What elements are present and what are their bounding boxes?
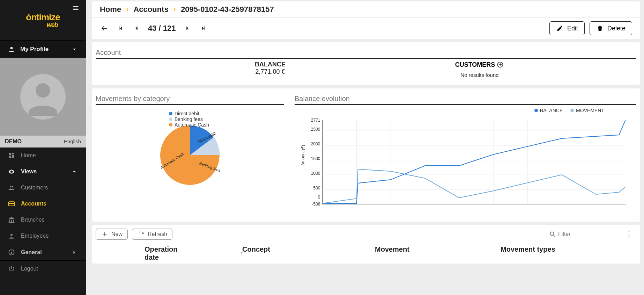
svg-point-0 [10,47,13,49]
svg-text:1000: 1000 [311,171,320,176]
sidebar-my-profile[interactable]: My Profile [0,40,86,58]
brand-logo: óntimize web [26,12,60,29]
refresh-button[interactable]: Refresh [132,229,172,240]
sidebar-item-logout[interactable]: Logout [0,261,86,277]
avatar-block [0,58,86,136]
sidebar-group-label: General [21,249,42,256]
account-panel: Account BALANCE 2,771.00 € CUSTOMERS No … [92,42,640,85]
sidebar-item-branches[interactable]: Branches [0,212,86,228]
person-icon [8,232,15,240]
sidebar-group-label: Views [21,168,37,175]
eye-icon [8,168,15,175]
pager-display: 43 / 121 [148,24,176,33]
svg-text:500: 500 [313,186,320,190]
line-chart: 2771 2500 2000 1500 1000 500 0 -506 [295,113,636,215]
table-header: Operation date ↑ Concept Movement Moveme… [96,245,636,261]
svg-point-6 [10,234,13,236]
sidebar-group-general[interactable]: General [0,244,86,261]
sidebar: óntimize web My Profile DEMO English [0,0,86,295]
first-page-button[interactable] [116,24,125,33]
pencil-icon [556,24,564,32]
chevron-right-icon [71,249,78,256]
info-icon [8,249,15,256]
col-concept[interactable]: Concept [242,245,375,261]
pie-legend: Direct debit Banking fees Automatic Cash [169,111,209,128]
svg-point-3 [12,186,13,187]
sidebar-group-views[interactable]: Views [0,164,86,180]
sidebar-item-label: Customers [21,185,48,191]
svg-rect-8 [11,252,12,254]
svg-rect-9 [11,251,12,251]
breadcrumb-home[interactable]: Home [100,5,121,14]
sidebar-item-label: Logout [21,266,38,272]
sidebar-item-label: Employees [21,233,49,239]
avatar-placeholder-icon [20,74,66,120]
dashboard-icon [8,152,15,159]
sidebar-item-label: Branches [21,217,45,223]
back-button[interactable] [100,24,109,33]
new-button[interactable]: New [96,229,128,240]
svg-text:Amount (€): Amount (€) [301,145,305,166]
edit-button[interactable]: Edit [549,21,585,35]
panel-title: Movements by category [96,91,284,105]
chevron-right-icon: › [126,5,128,14]
svg-point-1 [36,83,50,98]
customers-empty-msg: No results found [396,72,563,78]
svg-point-2 [10,186,12,187]
more-menu-icon[interactable]: ⋮ [622,230,636,239]
panel-title: Account [96,45,636,59]
hamburger-icon[interactable] [72,4,80,12]
chevron-down-icon [71,168,78,175]
user-row: DEMO English [0,136,86,148]
language-label[interactable]: English [64,138,81,145]
refresh-icon [137,230,145,238]
people-icon [8,184,15,192]
col-operation-date[interactable]: Operation date ↑ [96,245,242,261]
svg-text:0: 0 [318,195,320,200]
breadcrumb-accounts[interactable]: Accounts [133,5,168,14]
sidebar-item-customers[interactable]: Customers [0,180,86,196]
col-movement-types[interactable]: Movement types [501,245,626,261]
customers-header: CUSTOMERS [455,61,504,69]
sidebar-item-label: Accounts [21,201,46,207]
svg-line-39 [554,235,555,237]
chevron-down-icon [71,45,78,53]
filter-input[interactable] [558,231,616,237]
credit-card-icon [8,200,15,208]
balance-value: 2,771.00 € [186,68,354,75]
pie-chart: Direct debit Banking fees Automatic Cash [148,120,232,190]
pie-chart-box: Movements by category Direct debit Banki… [96,91,284,216]
add-circle-icon[interactable] [496,61,504,69]
main: Home › Accounts › 2095-0102-43-259787815… [86,0,644,295]
sidebar-item-accounts[interactable]: Accounts [0,196,86,212]
col-movement[interactable]: Movement [375,245,501,261]
record-toolbar: 43 / 121 Edit Delete [92,18,640,39]
prev-button[interactable] [132,24,141,33]
my-profile-label: My Profile [20,46,49,53]
chevron-right-icon: › [173,5,176,14]
svg-rect-5 [9,203,15,204]
last-page-button[interactable] [199,24,208,33]
svg-text:-506: -506 [312,202,320,207]
panel-title: Balance evolution [295,91,636,105]
bank-icon [8,216,15,224]
username-label: DEMO [5,138,22,145]
line-legend: BALANCE MOVEMENT [295,108,636,113]
movements-table: New Refresh ⋮ Operation date ↑ Conc [92,225,640,264]
delete-button[interactable]: Delete [590,21,632,35]
sidebar-item-label: Home [21,152,36,159]
breadcrumb: Home › Accounts › 2095-0102-43-259787815… [92,1,640,18]
user-icon [8,45,15,53]
sidebar-item-home[interactable]: Home [0,148,86,164]
search-icon [549,230,556,238]
next-button[interactable] [183,24,192,33]
charts-panel: Movements by category Direct debit Banki… [92,88,640,222]
svg-text:2500: 2500 [311,127,320,132]
sidebar-item-employees[interactable]: Employees [0,228,86,244]
trash-icon [596,24,604,32]
svg-point-38 [550,232,554,235]
filter-input-wrap[interactable] [548,230,617,239]
balance-label: BALANCE [186,61,354,68]
breadcrumb-current: 2095-0102-43-2597878157 [181,5,274,14]
svg-text:2771: 2771 [311,118,320,123]
